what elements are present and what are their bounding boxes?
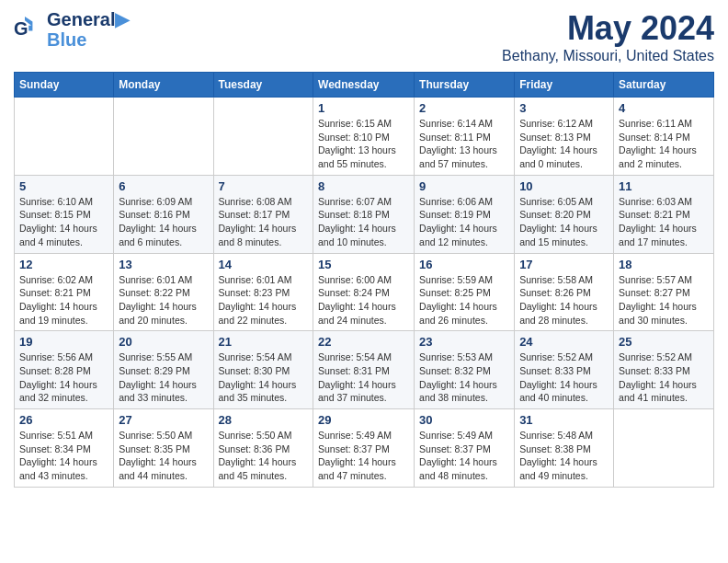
day-info: Sunrise: 5:49 AM Sunset: 8:37 PM Dayligh… <box>318 429 409 483</box>
weekday-header: Wednesday <box>313 73 415 98</box>
day-info: Sunrise: 6:11 AM Sunset: 8:14 PM Dayligh… <box>619 117 709 171</box>
day-info: Sunrise: 6:00 AM Sunset: 8:24 PM Dayligh… <box>318 273 409 327</box>
calendar-day-cell: 12Sunrise: 6:02 AM Sunset: 8:21 PM Dayli… <box>15 253 114 331</box>
day-number: 30 <box>419 413 509 427</box>
day-info: Sunrise: 5:50 AM Sunset: 8:36 PM Dayligh… <box>219 429 309 483</box>
day-info: Sunrise: 6:03 AM Sunset: 8:21 PM Dayligh… <box>619 195 709 249</box>
day-info: Sunrise: 5:56 AM Sunset: 8:28 PM Dayligh… <box>19 350 108 405</box>
day-number: 13 <box>119 258 208 271</box>
calendar-day-cell: 18Sunrise: 5:57 AM Sunset: 8:27 PM Dayli… <box>614 253 714 331</box>
calendar-day-cell <box>614 409 714 488</box>
day-info: Sunrise: 5:57 AM Sunset: 8:27 PM Dayligh… <box>619 273 709 327</box>
calendar-day-cell: 16Sunrise: 5:59 AM Sunset: 8:25 PM Dayli… <box>415 253 515 331</box>
calendar-day-cell: 25Sunrise: 5:52 AM Sunset: 8:33 PM Dayli… <box>614 331 714 409</box>
day-number: 29 <box>318 413 409 427</box>
calendar-day-cell: 2Sunrise: 6:14 AM Sunset: 8:11 PM Daylig… <box>415 98 515 176</box>
day-info: Sunrise: 5:53 AM Sunset: 8:32 PM Dayligh… <box>419 350 509 405</box>
day-info: Sunrise: 6:15 AM Sunset: 8:10 PM Dayligh… <box>318 117 409 171</box>
day-info: Sunrise: 5:50 AM Sunset: 8:35 PM Dayligh… <box>119 429 208 483</box>
weekday-header: Monday <box>114 73 213 98</box>
page-header: G General▶ Blue May 2024 Bethany, Missou… <box>14 9 714 64</box>
day-number: 16 <box>419 258 509 271</box>
calendar-day-cell: 10Sunrise: 6:05 AM Sunset: 8:20 PM Dayli… <box>515 175 614 253</box>
day-number: 20 <box>119 335 208 349</box>
weekday-header: Thursday <box>415 73 515 98</box>
day-info: Sunrise: 6:02 AM Sunset: 8:21 PM Dayligh… <box>19 273 108 327</box>
calendar-day-cell: 14Sunrise: 6:01 AM Sunset: 8:23 PM Dayli… <box>213 253 313 331</box>
day-number: 11 <box>619 179 709 193</box>
day-info: Sunrise: 6:08 AM Sunset: 8:17 PM Dayligh… <box>219 195 309 249</box>
weekday-header: Sunday <box>15 73 114 98</box>
calendar-day-cell: 21Sunrise: 5:54 AM Sunset: 8:30 PM Dayli… <box>213 331 313 409</box>
day-number: 19 <box>19 335 108 349</box>
day-number: 2 <box>419 101 509 115</box>
calendar-day-cell <box>213 98 313 176</box>
calendar-day-cell: 3Sunrise: 6:12 AM Sunset: 8:13 PM Daylig… <box>515 98 614 176</box>
calendar-week-row: 19Sunrise: 5:56 AM Sunset: 8:28 PM Dayli… <box>15 331 714 409</box>
logo-text: General▶ Blue <box>47 9 129 50</box>
day-number: 1 <box>318 101 409 115</box>
day-info: Sunrise: 6:06 AM Sunset: 8:19 PM Dayligh… <box>419 195 509 249</box>
calendar-day-cell: 31Sunrise: 5:48 AM Sunset: 8:38 PM Dayli… <box>515 409 614 488</box>
calendar-week-row: 5Sunrise: 6:10 AM Sunset: 8:15 PM Daylig… <box>15 175 714 253</box>
day-info: Sunrise: 5:58 AM Sunset: 8:26 PM Dayligh… <box>519 273 609 327</box>
logo-icon: G <box>14 15 43 44</box>
calendar-table: SundayMondayTuesdayWednesdayThursdayFrid… <box>14 72 714 488</box>
day-number: 27 <box>119 413 208 427</box>
day-number: 9 <box>419 179 509 193</box>
day-info: Sunrise: 6:01 AM Sunset: 8:22 PM Dayligh… <box>119 273 208 327</box>
calendar-header-row: SundayMondayTuesdayWednesdayThursdayFrid… <box>15 73 714 98</box>
day-number: 5 <box>19 179 108 193</box>
day-number: 8 <box>318 179 409 193</box>
day-info: Sunrise: 5:48 AM Sunset: 8:38 PM Dayligh… <box>519 429 609 483</box>
weekday-header: Friday <box>515 73 614 98</box>
day-number: 26 <box>19 413 108 427</box>
calendar-day-cell: 20Sunrise: 5:55 AM Sunset: 8:29 PM Dayli… <box>114 331 213 409</box>
calendar-day-cell: 6Sunrise: 6:09 AM Sunset: 8:16 PM Daylig… <box>114 175 213 253</box>
logo: G General▶ Blue <box>14 9 129 50</box>
day-number: 6 <box>119 179 208 193</box>
day-number: 22 <box>318 335 409 349</box>
day-info: Sunrise: 6:05 AM Sunset: 8:20 PM Dayligh… <box>519 195 609 249</box>
calendar-day-cell: 24Sunrise: 5:52 AM Sunset: 8:33 PM Dayli… <box>515 331 614 409</box>
day-number: 18 <box>619 258 709 271</box>
day-number: 4 <box>619 101 709 115</box>
day-number: 14 <box>219 258 309 271</box>
calendar-day-cell: 4Sunrise: 6:11 AM Sunset: 8:14 PM Daylig… <box>614 98 714 176</box>
day-info: Sunrise: 6:14 AM Sunset: 8:11 PM Dayligh… <box>419 117 509 171</box>
calendar-day-cell: 8Sunrise: 6:07 AM Sunset: 8:18 PM Daylig… <box>313 175 415 253</box>
day-info: Sunrise: 6:09 AM Sunset: 8:16 PM Dayligh… <box>119 195 208 249</box>
svg-text:G: G <box>14 18 28 39</box>
day-number: 15 <box>318 258 409 271</box>
calendar-week-row: 12Sunrise: 6:02 AM Sunset: 8:21 PM Dayli… <box>15 253 714 331</box>
title-block: May 2024 Bethany, Missouri, United State… <box>502 9 714 64</box>
calendar-day-cell: 15Sunrise: 6:00 AM Sunset: 8:24 PM Dayli… <box>313 253 415 331</box>
day-info: Sunrise: 5:54 AM Sunset: 8:30 PM Dayligh… <box>219 350 309 405</box>
day-info: Sunrise: 5:54 AM Sunset: 8:31 PM Dayligh… <box>318 350 409 405</box>
calendar-day-cell: 29Sunrise: 5:49 AM Sunset: 8:37 PM Dayli… <box>313 409 415 488</box>
calendar-day-cell: 5Sunrise: 6:10 AM Sunset: 8:15 PM Daylig… <box>15 175 114 253</box>
day-info: Sunrise: 5:52 AM Sunset: 8:33 PM Dayligh… <box>519 350 609 405</box>
day-info: Sunrise: 6:01 AM Sunset: 8:23 PM Dayligh… <box>219 273 309 327</box>
day-number: 7 <box>219 179 309 193</box>
day-number: 24 <box>519 335 609 349</box>
weekday-header: Saturday <box>614 73 714 98</box>
day-number: 17 <box>519 258 609 271</box>
calendar-day-cell: 9Sunrise: 6:06 AM Sunset: 8:19 PM Daylig… <box>415 175 515 253</box>
day-number: 31 <box>519 413 609 427</box>
calendar-day-cell: 22Sunrise: 5:54 AM Sunset: 8:31 PM Dayli… <box>313 331 415 409</box>
calendar-title: May 2024 <box>502 9 714 48</box>
day-info: Sunrise: 6:12 AM Sunset: 8:13 PM Dayligh… <box>519 117 609 171</box>
calendar-week-row: 26Sunrise: 5:51 AM Sunset: 8:34 PM Dayli… <box>15 409 714 488</box>
calendar-day-cell: 19Sunrise: 5:56 AM Sunset: 8:28 PM Dayli… <box>15 331 114 409</box>
day-number: 25 <box>619 335 709 349</box>
calendar-day-cell <box>114 98 213 176</box>
calendar-day-cell: 17Sunrise: 5:58 AM Sunset: 8:26 PM Dayli… <box>515 253 614 331</box>
day-number: 10 <box>519 179 609 193</box>
day-info: Sunrise: 5:59 AM Sunset: 8:25 PM Dayligh… <box>419 273 509 327</box>
day-info: Sunrise: 6:07 AM Sunset: 8:18 PM Dayligh… <box>318 195 409 249</box>
calendar-day-cell: 1Sunrise: 6:15 AM Sunset: 8:10 PM Daylig… <box>313 98 415 176</box>
calendar-day-cell: 23Sunrise: 5:53 AM Sunset: 8:32 PM Dayli… <box>415 331 515 409</box>
day-info: Sunrise: 5:49 AM Sunset: 8:37 PM Dayligh… <box>419 429 509 483</box>
calendar-day-cell: 11Sunrise: 6:03 AM Sunset: 8:21 PM Dayli… <box>614 175 714 253</box>
